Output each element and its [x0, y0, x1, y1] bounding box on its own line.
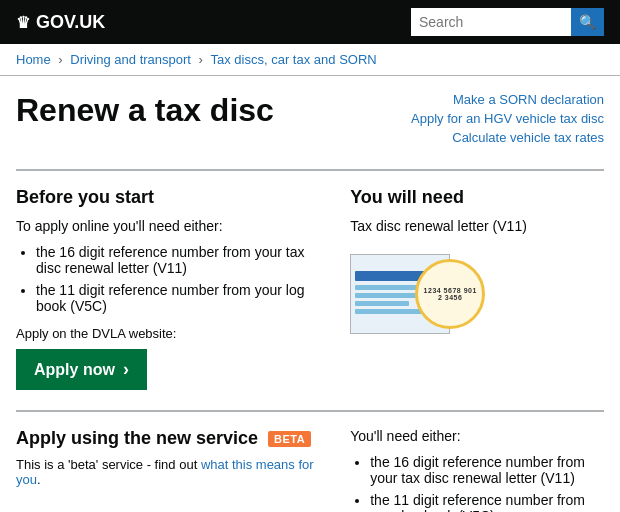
beta-left-col: Apply using the new service BETA This is…	[16, 428, 326, 512]
related-link-rates[interactable]: Calculate vehicle tax rates	[384, 130, 604, 145]
beta-heading: Apply using the new service	[16, 428, 258, 449]
you-will-need-heading: You will need	[350, 187, 604, 208]
list-item-v5c: the 11 digit reference number from your …	[36, 282, 326, 314]
beta-section-divider	[16, 410, 604, 412]
beta-right-intro: You'll need either:	[350, 428, 604, 444]
disc-number: 1234 5678 9012 3456	[422, 287, 478, 301]
search-form: 🔍	[411, 8, 604, 36]
list-item-v11: the 16 digit reference number from your …	[36, 244, 326, 276]
apply-now-button-main[interactable]: Apply now ›	[16, 349, 147, 390]
before-start-heading: Before you start	[16, 187, 326, 208]
beta-list-item-v11: the 16 digit reference number from your …	[370, 454, 604, 486]
breadcrumb: Home › Driving and transport › Tax discs…	[0, 44, 620, 76]
related-links: Make a SORN declaration Apply for an HGV…	[384, 92, 604, 149]
search-input[interactable]	[411, 8, 571, 36]
site-header: ♛ GOV.UK 🔍	[0, 0, 620, 44]
beta-badge: BETA	[268, 431, 311, 447]
tax-disc-image: 1234 5678 9012 3456	[350, 244, 510, 354]
before-start-col: Before you start To apply online you'll …	[16, 187, 326, 390]
logo-text: GOV.UK	[36, 12, 105, 33]
apply-now-label: Apply now	[34, 361, 115, 379]
section-divider-top	[16, 169, 604, 171]
beta-right-list: the 16 digit reference number from your …	[370, 454, 604, 512]
beta-description: This is a 'beta' service - find out what…	[16, 457, 326, 487]
beta-desc-text: This is a 'beta' service - find out	[16, 457, 197, 472]
gov-logo: ♛ GOV.UK	[16, 12, 105, 33]
beta-header: Apply using the new service BETA	[16, 428, 326, 449]
main-two-col: Before you start To apply online you'll …	[16, 187, 604, 390]
related-link-sorn[interactable]: Make a SORN declaration	[384, 92, 604, 107]
title-section: Renew a tax disc Make a SORN declaration…	[16, 92, 604, 149]
breadcrumb-home[interactable]: Home	[16, 52, 51, 67]
main-content: Renew a tax disc Make a SORN declaration…	[0, 76, 620, 512]
disc-circle: 1234 5678 9012 3456	[415, 259, 485, 329]
beta-section: Apply using the new service BETA This is…	[16, 428, 604, 512]
crown-icon: ♛	[16, 13, 30, 32]
breadcrumb-sep-2: ›	[199, 52, 207, 67]
before-start-intro: To apply online you'll need either:	[16, 218, 326, 234]
dvla-label: Apply on the DVLA website:	[16, 326, 326, 341]
related-link-hgv[interactable]: Apply for an HGV vehicle tax disc	[384, 111, 604, 126]
breadcrumb-sep-1: ›	[58, 52, 66, 67]
breadcrumb-driving[interactable]: Driving and transport	[70, 52, 191, 67]
you-will-need-text: Tax disc renewal letter (V11)	[350, 218, 604, 234]
disc-line-3	[355, 301, 409, 306]
apply-arrow-icon: ›	[123, 359, 129, 380]
beta-right-col: You'll need either: the 16 digit referen…	[350, 428, 604, 512]
breadcrumb-taxdiscs[interactable]: Tax discs, car tax and SORN	[211, 52, 377, 67]
you-will-need-col: You will need Tax disc renewal letter (V…	[350, 187, 604, 390]
search-button[interactable]: 🔍	[571, 8, 604, 36]
before-start-list: the 16 digit reference number from your …	[36, 244, 326, 314]
page-title: Renew a tax disc	[16, 92, 274, 149]
beta-list-item-v5c: the 11 digit reference number from your …	[370, 492, 604, 512]
